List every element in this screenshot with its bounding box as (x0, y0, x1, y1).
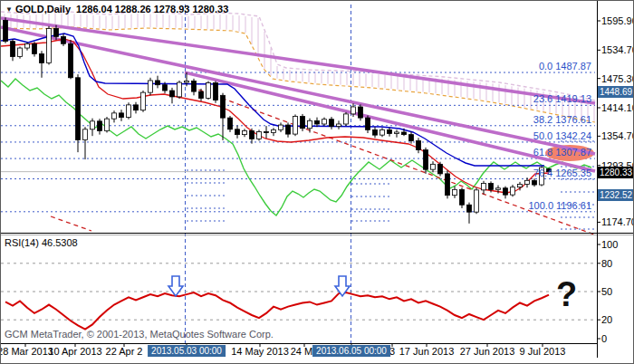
fib-level-label: 61.8 1307.87 (533, 147, 591, 158)
candle-body (33, 43, 37, 53)
symbol-dropdown-icon[interactable]: ▼ (5, 5, 13, 14)
candle-body (134, 105, 139, 110)
red-dashed-trendline[interactable] (51, 216, 91, 231)
candle-body (337, 124, 341, 127)
down-arrow-marker[interactable] (168, 276, 183, 296)
candle-body (221, 95, 226, 118)
fib-level-label: 76.4 1265.35 (533, 168, 591, 178)
date-axis-label: 22 Apr 2 (106, 346, 143, 357)
cloud-upper-line (1, 11, 595, 101)
candle-body (446, 174, 450, 196)
symbol-timeframe-label: GOLD,Daily (15, 4, 71, 14)
date-axis-label: 17 Jun 2013 (399, 346, 455, 357)
copyright-watermark: GCM MetaTrader, © 2001-2013, MetaQuotes … (5, 329, 274, 340)
price-axis-label: 1475.30 (601, 73, 634, 84)
rsi-indicator-label: RSI(14) 46.5308 (5, 237, 78, 248)
candle-body (214, 83, 218, 101)
candle-body (4, 20, 8, 41)
candle-body (366, 118, 370, 129)
candle-body (185, 81, 189, 82)
candle-body (344, 114, 349, 124)
candle-body (431, 164, 436, 169)
price-tag-1448.69: 1448.69 (598, 86, 634, 98)
date-axis-label: 10 Apr 2013 (48, 346, 101, 357)
candle-body (54, 28, 59, 36)
fib-level-label: 0.0 1487.87 (539, 61, 591, 72)
candle-body (178, 82, 182, 97)
fib-level-label: 50.0 1342.24 (533, 130, 591, 141)
candle-body (69, 43, 73, 77)
candle-body (149, 81, 153, 92)
candle-body (47, 28, 52, 62)
candle-body (511, 187, 515, 195)
candle-body (11, 42, 15, 57)
candle-body (91, 121, 95, 129)
candle-body (359, 107, 363, 118)
candle-body (475, 190, 479, 212)
fib-level-label: 38.2 1376.61 (533, 114, 591, 125)
candle-body (141, 92, 146, 110)
candle-body (192, 81, 197, 91)
candle-body (417, 140, 421, 149)
price-axis-label: 1174.70 (601, 216, 634, 227)
rsi-axis-label: 20 (601, 314, 612, 325)
rsi-axis-label: 80 (601, 258, 612, 269)
candle-body (402, 132, 407, 135)
candle-body (438, 164, 443, 174)
mt4-chart-window: ▼GOLD,Daily1286.04 1288.26 1278.93 1280.… (0, 0, 634, 364)
ohlc-values: 1286.04 1288.26 1278.93 1280.33 (76, 4, 228, 14)
date-axis-label: 28 Mar 2013 (0, 346, 53, 357)
candle-body (25, 43, 30, 48)
candle-body (112, 113, 117, 119)
price-tag-1280.33: 1280.33 (598, 167, 634, 178)
candle-body (264, 131, 269, 132)
candle-body (467, 205, 472, 212)
fib-level-label: 100.0 1196.61 (528, 200, 591, 211)
candle-body (40, 53, 44, 62)
candle-body (482, 183, 486, 189)
candle-body (489, 183, 494, 189)
date-highlight-tag: 2013.05.03 00:00 (148, 345, 226, 357)
question-mark-annotation: ? (556, 275, 577, 314)
candle-body (388, 129, 392, 133)
fib-level-label: 23.6 1419.13 (533, 93, 591, 104)
candle-body (207, 83, 211, 99)
candle-body (496, 188, 501, 190)
candle-body (170, 91, 175, 97)
candle-body (250, 130, 255, 139)
candle-body (351, 107, 356, 114)
rsi-axis-label: 50 (601, 286, 612, 297)
candle-body (395, 132, 399, 134)
candle-body (301, 117, 305, 129)
price-axis-label: 1354.70 (601, 130, 634, 141)
candle-body (330, 120, 334, 127)
price-axis-label: 1534.70 (601, 44, 634, 55)
candle-body (156, 81, 160, 85)
date-axis-label: 14 May 2013 (231, 346, 289, 357)
candle-body (373, 129, 378, 135)
candle-body (279, 125, 283, 129)
price-axis-label: 1595.90 (601, 15, 634, 26)
candle-body (199, 91, 204, 98)
candle-body (286, 125, 291, 134)
candles-group (4, 17, 552, 224)
candle-body (76, 78, 81, 140)
candle-body (228, 118, 233, 129)
candle-body (518, 185, 523, 187)
date-axis-label: 9 Jul 2013 (520, 346, 566, 357)
price-axis-label: 1414.10 (601, 102, 634, 113)
date-highlight-tag: 2013.06.05 00:00 (312, 345, 390, 357)
candle-body (163, 85, 168, 91)
candle-body (460, 189, 465, 205)
candle-body (453, 189, 457, 195)
rsi-axis-label: 0 (601, 333, 607, 344)
candle-body (308, 120, 312, 128)
candle-body (243, 130, 247, 134)
date-axis-label: 27 Jun 2013 (460, 346, 515, 357)
candle-body (272, 129, 276, 132)
rsi-line (5, 292, 549, 330)
candle-body (322, 120, 327, 124)
red-dashed-trendline[interactable] (191, 87, 594, 235)
candle-body (525, 180, 530, 184)
candle-body (235, 129, 240, 135)
